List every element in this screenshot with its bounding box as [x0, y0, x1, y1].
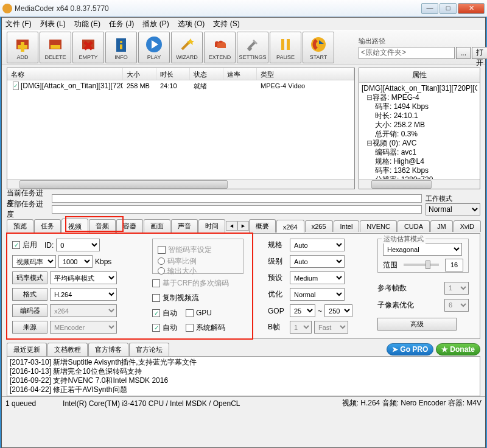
encoder-button[interactable]: 编码器 [12, 304, 47, 317]
empty-button[interactable]: EMPTY [72, 32, 104, 63]
row-checkbox[interactable]: ✓ [13, 82, 19, 90]
play-button[interactable]: PLAY [138, 32, 170, 63]
tab-scroll-right[interactable]: ► [237, 221, 249, 231]
smart-checkbox[interactable] [158, 246, 166, 254]
file-row[interactable]: ✓[DMG][Attack_on_Titan][31][720P... 258 … [7, 80, 354, 91]
encoder-select[interactable]: x264 [50, 304, 117, 317]
menu-file[interactable]: 文件 (F) [5, 19, 32, 29]
wizard-button[interactable]: WIZARD [171, 32, 203, 63]
menu-play[interactable]: 播放 (P) [142, 19, 169, 29]
start-button[interactable]: START [303, 32, 334, 63]
file-hscroll[interactable] [7, 179, 354, 189]
subme-label: 子像素优化 [377, 300, 442, 310]
format-button[interactable]: 格式 [12, 288, 47, 301]
auto2-checkbox[interactable]: ✓ [152, 324, 160, 332]
tab-picture[interactable]: 画面 [144, 219, 170, 233]
tab-x265[interactable]: x265 [305, 220, 333, 232]
gpu-checkbox[interactable] [186, 309, 194, 317]
close-button[interactable]: ✕ [458, 3, 485, 14]
id-select[interactable]: 0 [56, 239, 100, 251]
info-button[interactable]: INFO [105, 32, 137, 63]
tab-time[interactable]: 时间 [198, 219, 225, 233]
btab-docs[interactable]: 文档教程 [47, 343, 88, 356]
workmode-select[interactable]: Normal [426, 203, 480, 215]
rate-value-select[interactable]: 1000 [58, 255, 93, 268]
source-button[interactable]: 来源 [12, 321, 47, 334]
row-name: [DMG][Attack_on_Titan][31][720P... [21, 82, 123, 90]
bitrate-mode-select[interactable]: 平均码率模式 [50, 271, 117, 284]
donate-button[interactable]: ★Donate [436, 343, 480, 355]
sysdec-checkbox[interactable] [186, 324, 194, 332]
tab-video[interactable]: 视频 [61, 219, 88, 233]
col-duration[interactable]: 时长 [156, 68, 190, 80]
col-size[interactable]: 大小 [123, 68, 156, 80]
gopro-button[interactable]: ➤Go PRO [387, 343, 433, 355]
menu-function[interactable]: 功能 (E) [74, 19, 100, 29]
subme-select[interactable]: 6 [444, 299, 469, 312]
tab-cuda[interactable]: CUDA [398, 220, 430, 232]
level-select[interactable]: Auto [290, 255, 345, 268]
minimize-button[interactable]: — [421, 3, 438, 14]
tab-jm[interactable]: JM [430, 220, 453, 232]
tab-nvenc[interactable]: NVENC [360, 220, 397, 232]
tab-audio[interactable]: 音频 [89, 219, 116, 233]
ratio-radio [158, 257, 165, 265]
workmode-label: 工作模式 [426, 194, 480, 203]
tune-select[interactable]: Normal [290, 288, 345, 301]
log-panel: [2017-03-10] 新增Suptitle Avisynth插件,支持蓝光字… [7, 356, 480, 396]
tab-preview[interactable]: 预览 [7, 219, 33, 233]
menu-task[interactable]: 任务 (J) [109, 19, 134, 29]
browse-button[interactable]: ... [456, 47, 471, 59]
menu-support[interactable]: 支持 (S) [213, 19, 239, 29]
preset-select[interactable]: Medium [290, 271, 345, 284]
tab-summary[interactable]: 概要 [249, 219, 276, 233]
crf-label: 基于CRF的多次编码 [163, 278, 229, 289]
menu-list[interactable]: 列表 (L) [40, 19, 66, 29]
range-slider[interactable] [404, 264, 439, 266]
pause-button[interactable]: PAUSE [270, 32, 301, 63]
log-line: [2016-09-22] 支持NVENC 7.0和Intel MSDK 2016 [10, 376, 477, 385]
format-select[interactable]: H.264 [50, 288, 117, 301]
btab-blog[interactable]: 官方博客 [88, 343, 128, 356]
tab-sound[interactable]: 声音 [171, 219, 198, 233]
gop-max-select[interactable]: 250 [324, 304, 352, 317]
status-codec: 视频: H.264 音频: Nero Encoder 容器: M4V [342, 398, 482, 408]
tab-intel[interactable]: Intel [334, 220, 360, 232]
extend-button[interactable]: EXTEND [204, 32, 236, 63]
settings-button[interactable]: SETTINGS [237, 32, 268, 63]
maximize-button[interactable]: □ [440, 3, 457, 14]
btab-recent[interactable]: 最近更新 [7, 343, 47, 356]
source-select[interactable]: MEncoder [50, 321, 117, 334]
range-input[interactable] [445, 259, 463, 271]
btab-forum[interactable]: 官方论坛 [129, 343, 169, 356]
delete-button[interactable]: DELETE [40, 32, 71, 63]
star-icon: ★ [441, 345, 448, 354]
row-status: 就绪 [190, 81, 223, 91]
open-button[interactable]: 打开 [472, 47, 487, 59]
add-button[interactable]: ADD [7, 32, 38, 63]
copy-checkbox[interactable] [152, 294, 160, 302]
menu-options[interactable]: 选项 (O) [178, 19, 205, 29]
col-name[interactable]: 名称 [7, 68, 123, 80]
bitrate-mode-button[interactable]: 码率模式 [12, 271, 47, 284]
advanced-button[interactable]: 高级 [377, 318, 457, 331]
rate-mode-select[interactable]: 视频码率 [12, 255, 56, 268]
tab-task[interactable]: 任务 [34, 219, 61, 233]
tab-container[interactable]: 容器 [116, 219, 143, 233]
col-type[interactable]: 类型 [257, 68, 354, 80]
props-hscroll[interactable] [359, 179, 480, 189]
enable-checkbox[interactable]: ✓ [12, 241, 20, 249]
gop-min-select[interactable]: 25 [290, 304, 315, 317]
me-select[interactable]: Hexagonal [383, 243, 462, 256]
bframes-select[interactable]: 1 [290, 321, 312, 334]
profile-select[interactable]: Auto [290, 239, 345, 251]
col-status[interactable]: 状态 [190, 68, 223, 80]
tab-scroll-left[interactable]: ◄ [226, 221, 237, 231]
col-rate[interactable]: 速率 [223, 68, 257, 80]
auto-checkbox[interactable]: ✓ [152, 309, 160, 317]
tab-x264[interactable]: x264 [276, 220, 304, 233]
bframes-mode-select[interactable]: Fast [314, 321, 348, 334]
output-path-input[interactable] [359, 47, 455, 59]
ref-select[interactable]: 1 [444, 282, 469, 295]
tab-xvid[interactable]: XviD [454, 220, 481, 232]
